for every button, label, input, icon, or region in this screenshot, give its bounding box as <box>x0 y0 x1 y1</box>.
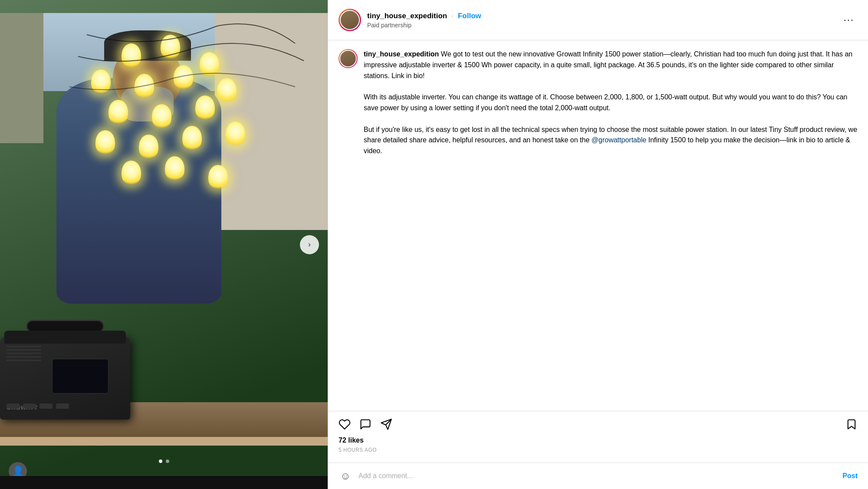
likes-count: 72 likes <box>339 436 858 444</box>
post-header: tiny_house_expedition · Follow Paid part… <box>328 0 868 40</box>
commenter-avatar[interactable] <box>339 49 358 68</box>
post-photo: GROWATT › 👤 <box>0 0 328 489</box>
comment-body: tiny_house_expedition We got to test out… <box>364 49 858 157</box>
post-comment-button[interactable]: Post <box>842 472 858 480</box>
next-arrow-icon: › <box>308 240 311 249</box>
actions-bar: 72 likes 5 hours ago <box>328 411 868 463</box>
separator: · <box>451 12 454 20</box>
follow-button[interactable]: Follow <box>458 12 481 20</box>
bookmark-button[interactable] <box>845 418 858 430</box>
comment-input[interactable] <box>358 472 836 480</box>
content-panel: tiny_house_expedition · Follow Paid part… <box>328 0 868 489</box>
power-station: GROWATT <box>0 337 139 433</box>
poster-avatar[interactable] <box>339 9 361 31</box>
paid-partnership-label: Paid partnership <box>367 22 834 29</box>
commenter-username[interactable]: tiny_house_expedition <box>364 50 439 58</box>
poster-username[interactable]: tiny_house_expedition <box>367 12 447 20</box>
post-image-panel: GROWATT › 👤 <box>0 0 328 489</box>
carousel-dots <box>159 459 169 463</box>
header-info: tiny_house_expedition · Follow Paid part… <box>367 12 834 29</box>
like-button[interactable] <box>339 418 351 430</box>
comment-text-part2: With its adjustable inverter. You can ch… <box>364 93 848 112</box>
emoji-button[interactable]: ☺ <box>339 469 352 483</box>
next-arrow[interactable]: › <box>300 235 319 254</box>
bottom-bar <box>0 476 328 489</box>
dot-2 <box>166 459 169 463</box>
user-icon: 👤 <box>12 466 24 477</box>
bulbs-cluster <box>87 35 252 200</box>
username-row: tiny_house_expedition · Follow <box>367 12 834 20</box>
comment-button[interactable] <box>359 418 372 430</box>
dot-1 <box>159 459 162 463</box>
comments-area: tiny_house_expedition We got to test out… <box>328 40 868 411</box>
action-icons-row <box>339 418 858 430</box>
share-button[interactable] <box>380 418 392 430</box>
add-comment-row: ☺ Post <box>328 463 868 489</box>
more-options-button[interactable]: ··· <box>840 14 858 26</box>
mention-link[interactable]: @growattportable <box>592 136 647 144</box>
post-timestamp: 5 hours ago <box>339 447 858 453</box>
main-comment: tiny_house_expedition We got to test out… <box>339 49 858 157</box>
